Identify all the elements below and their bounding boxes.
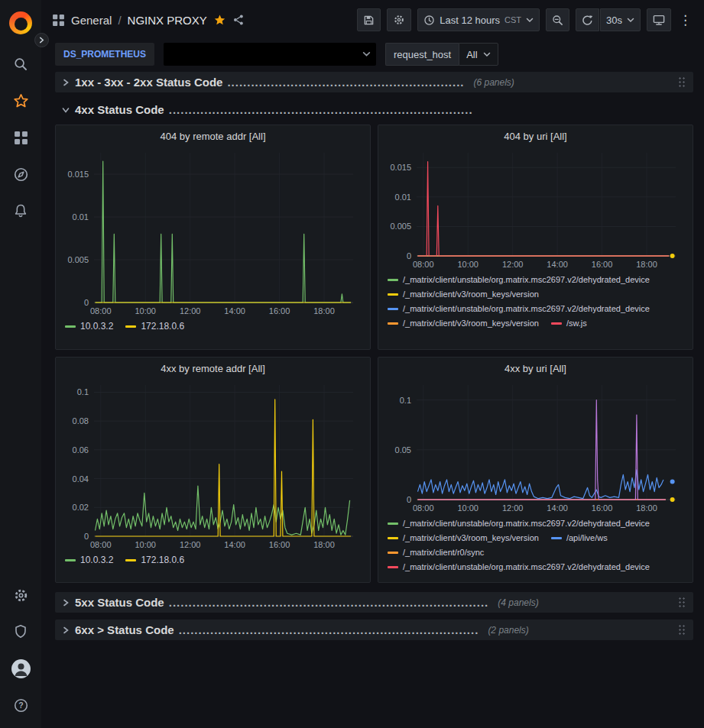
svg-text:0: 0 [84, 532, 89, 541]
chevron-right-icon [61, 598, 70, 607]
panel-4xx-by-remote-addr: 4xx by remote addr [All] 08:0010:0012:00… [55, 357, 371, 583]
row-drag-handle[interactable] [678, 624, 686, 636]
time-range-label: Last 12 hours [440, 15, 500, 26]
row-4xx[interactable]: 4xx Status Code ........................… [55, 99, 693, 120]
svg-text:16:00: 16:00 [592, 260, 613, 269]
timeseries-chart[interactable]: 08:0010:0012:0014:0016:0018:0000.020.040… [62, 379, 364, 552]
legend-item[interactable]: /_matrix/client/v3/room_keys/version [388, 532, 539, 545]
legend-item[interactable]: 172.18.0.6 [125, 320, 184, 333]
legend-item[interactable]: /sw.js [551, 317, 587, 330]
sidebar-item-help[interactable]: ? [0, 687, 41, 723]
timeseries-chart[interactable]: 08:0010:0012:0014:0016:0018:0000.050.1 [384, 379, 686, 515]
row-5xx[interactable]: 5xx Status Code ........................… [55, 592, 693, 613]
favorite-star-icon[interactable] [213, 14, 226, 27]
svg-text:08:00: 08:00 [413, 260, 434, 269]
chevron-down-icon [526, 18, 534, 23]
row-title: 1xx - 3xx - 2xx Status Code [75, 76, 222, 89]
svg-text:10:00: 10:00 [457, 503, 479, 513]
timeseries-chart[interactable]: 08:0010:0012:0014:0016:0018:0000.0050.01… [62, 147, 364, 318]
svg-text:14:00: 14:00 [547, 260, 568, 269]
sidebar-expand-button[interactable] [34, 33, 49, 47]
legend-label: 172.18.0.6 [141, 554, 184, 567]
legend-item[interactable]: 172.18.0.6 [125, 554, 184, 567]
chevron-down-icon [61, 105, 70, 115]
shield-icon [13, 624, 28, 639]
svg-text:16:00: 16:00 [592, 503, 613, 513]
save-icon [363, 15, 375, 26]
sidebar-item-profile[interactable] [0, 650, 41, 687]
sidebar-item-explore[interactable] [0, 156, 41, 193]
svg-text:10:00: 10:00 [135, 306, 156, 315]
legend-swatch-icon [388, 293, 398, 296]
kebab-menu-button[interactable]: ⋮ [677, 12, 693, 28]
chart-legend: /_matrix/client/unstable/org.matrix.msc2… [384, 515, 686, 574]
refresh-icon [582, 15, 593, 26]
zoom-out-icon [552, 15, 563, 26]
panel-title[interactable]: 404 by uri [All] [384, 127, 686, 147]
panel-title[interactable]: 4xx by remote addr [All] [62, 359, 364, 379]
dashboard-settings-button[interactable] [387, 8, 411, 31]
share-icon[interactable] [232, 14, 245, 26]
grafana-logo[interactable] [0, 6, 41, 40]
dashboard-toolbar: General / NGINX PROXY [41, 0, 704, 40]
legend-item[interactable]: /_matrix/client/r0/sync [388, 546, 484, 559]
request-host-label: request_host [385, 43, 459, 66]
legend-item[interactable]: /_matrix/client/v3/room_keys/version [388, 288, 539, 301]
refresh-interval-picker[interactable]: 30s [600, 8, 641, 31]
sidebar-item-search[interactable] [0, 46, 41, 83]
svg-text:16:00: 16:00 [269, 306, 290, 315]
legend-item[interactable]: 10.0.3.2 [65, 554, 113, 567]
request-host-select[interactable]: All [459, 43, 498, 66]
legend-swatch-icon [388, 523, 398, 525]
chevron-down-icon [483, 52, 491, 57]
legend-item[interactable]: /_matrix/client/unstable/org.matrix.msc2… [388, 561, 650, 574]
legend-item[interactable]: /api/live/ws [551, 532, 608, 545]
panel-title[interactable]: 404 by remote addr [All] [62, 127, 364, 147]
help-icon: ? [13, 697, 29, 713]
svg-text:18:00: 18:00 [636, 503, 657, 513]
grafana-logo-icon [9, 11, 32, 34]
sidebar-item-starred[interactable] [0, 83, 41, 119]
row-drag-handle[interactable] [678, 597, 686, 609]
legend-item[interactable]: /_matrix/client/unstable/org.matrix.msc2… [388, 303, 650, 315]
time-range-picker[interactable]: Last 12 hours CST [417, 8, 540, 31]
row-1xx-3xx-2xx[interactable]: 1xx - 3xx - 2xx Status Code ............… [55, 72, 693, 92]
legend-item[interactable]: /_matrix/client/unstable/org.matrix.msc2… [388, 273, 650, 286]
row-leader-dots: ........................................… [169, 103, 473, 116]
legend-swatch-icon [388, 566, 398, 568]
row-drag-handle[interactable] [678, 76, 686, 89]
row-title: 5xx Status Code [75, 596, 164, 609]
breadcrumb-section[interactable]: General [71, 14, 112, 27]
svg-text:?: ? [18, 700, 23, 710]
avatar [11, 659, 31, 678]
row-leader-dots: ........................................… [179, 623, 479, 636]
legend-item[interactable]: /_matrix/client/unstable/org.matrix.msc2… [388, 517, 650, 530]
sidebar-item-dashboards[interactable] [0, 119, 41, 156]
clock-icon [423, 15, 435, 26]
panel-404-by-uri: 404 by uri [All] 08:0010:0012:0014:0016:… [378, 125, 693, 350]
svg-text:18:00: 18:00 [636, 260, 657, 269]
svg-text:12:00: 12:00 [180, 306, 201, 315]
legend-swatch-icon [551, 537, 562, 539]
dashboard-title[interactable]: NGINX PROXY [128, 14, 207, 27]
panel-title[interactable]: 4xx by uri [All] [384, 359, 686, 379]
datasource-variable-select[interactable] [164, 43, 376, 66]
breadcrumb: General / NGINX PROXY [52, 14, 245, 27]
sidebar-item-server-admin[interactable] [0, 613, 41, 650]
legend-item[interactable]: /_matrix/client/v3/room_keys/version [388, 317, 539, 330]
save-dashboard-button[interactable] [357, 8, 381, 31]
zoom-out-button[interactable] [546, 8, 569, 31]
svg-text:10:00: 10:00 [135, 540, 156, 549]
svg-text:0: 0 [84, 298, 89, 307]
row-6xx[interactable]: 6xx > Status Code ......................… [55, 620, 693, 640]
sidebar-item-alerting[interactable] [0, 193, 41, 229]
legend-item[interactable]: 10.0.3.2 [65, 320, 113, 333]
dashboard-body: 1xx - 3xx - 2xx Status Code ............… [41, 69, 704, 728]
timeseries-chart[interactable]: 08:0010:0012:0014:0016:0018:0000.0050.01… [384, 147, 686, 271]
refresh-button[interactable] [576, 8, 599, 31]
apps-grid-icon[interactable] [52, 14, 65, 27]
svg-text:0.015: 0.015 [67, 170, 89, 179]
datasource-variable-label[interactable]: DS_PROMETHEUS [55, 43, 154, 66]
sidebar-item-configuration[interactable] [0, 577, 41, 613]
tv-mode-button[interactable] [647, 8, 671, 31]
